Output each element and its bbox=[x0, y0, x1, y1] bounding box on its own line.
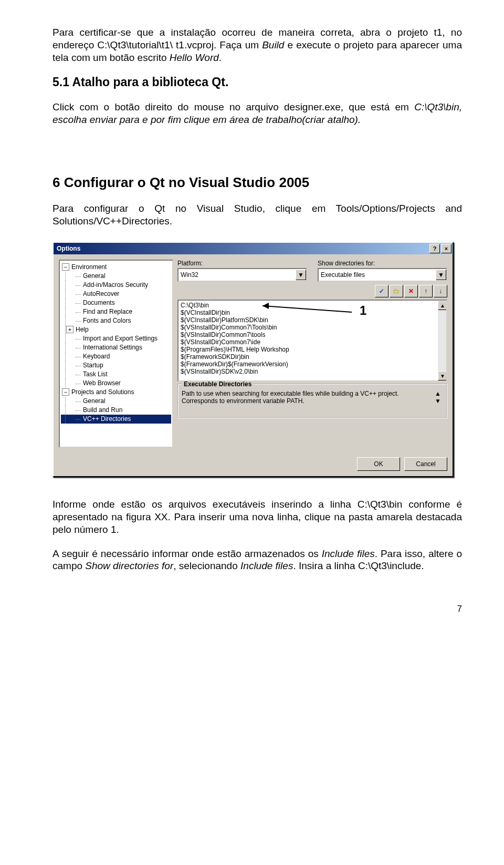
platform-label: Platform: bbox=[177, 260, 307, 267]
scroll-up-icon[interactable]: ▲ bbox=[438, 301, 447, 310]
scrollbar[interactable]: ▲ ▼ bbox=[438, 301, 446, 380]
list-item[interactable]: $(VSInstallDir)Common7\ide bbox=[181, 338, 437, 346]
text-italic: Build bbox=[262, 39, 284, 50]
list-item[interactable]: $(FrameworkSDKDir)bin bbox=[181, 353, 437, 361]
text: , selecionando bbox=[173, 560, 240, 571]
paragraph-include: A seguir é necessário informar onde estã… bbox=[52, 548, 462, 573]
list-item[interactable]: $(ProgramFiles)\HTML Help Workshop bbox=[181, 346, 437, 353]
list-item[interactable]: $(VSInstallDir)SDK\v2.0\bin bbox=[181, 368, 437, 375]
help-icon[interactable]: ? bbox=[429, 244, 440, 253]
list-item[interactable]: $(VSInstallDir)Common7\Tools\bin bbox=[181, 324, 437, 331]
cancel-button[interactable]: Cancel bbox=[404, 457, 447, 471]
platform-combo[interactable]: Win32 ▼ bbox=[177, 268, 307, 282]
paragraph-inform: Informe onde estão os arquivos executáve… bbox=[52, 498, 462, 536]
list-item[interactable]: $(VCInstallDir)bin bbox=[181, 309, 437, 316]
tree-item[interactable]: General bbox=[61, 397, 171, 406]
text: . Insira a linha C:\Qt3\include. bbox=[293, 560, 424, 571]
tree-item[interactable]: Fonts and Colors bbox=[61, 316, 171, 325]
tree-item[interactable]: International Settings bbox=[61, 343, 171, 352]
chevron-down-icon[interactable]: ▼ bbox=[436, 270, 446, 280]
text-italic: Hello Word bbox=[170, 52, 219, 63]
heading-5-1: 5.1 Atalho para a biblioteca Qt. bbox=[52, 75, 462, 89]
delete-icon[interactable]: ✕ bbox=[404, 285, 418, 297]
page-number: 7 bbox=[52, 604, 462, 614]
tree-item[interactable]: Task List bbox=[61, 370, 171, 379]
description-text: Path to use when searching for executabl… bbox=[182, 390, 399, 405]
text: Click com o botão direito do mouse no ar… bbox=[52, 101, 414, 112]
options-dialog: Options ? × −Environment General Add-in/… bbox=[52, 242, 454, 477]
move-down-icon[interactable]: ↓ bbox=[434, 285, 447, 297]
titlebar[interactable]: Options ? × bbox=[54, 243, 453, 254]
show-dir-combo[interactable]: Executable files ▼ bbox=[318, 268, 447, 282]
tree-item[interactable]: Documents bbox=[61, 298, 171, 307]
description-group: Executable Directories Path to use when … bbox=[177, 384, 447, 418]
collapse-icon[interactable]: − bbox=[62, 263, 69, 271]
tree-item[interactable]: AutoRecover bbox=[61, 290, 171, 298]
scroll-down-icon[interactable]: ▼ bbox=[435, 397, 443, 405]
chevron-down-icon[interactable]: ▼ bbox=[296, 270, 306, 280]
list-item[interactable]: $(VSInstallDir)Common7\tools bbox=[181, 331, 437, 338]
tree-item[interactable]: Add-in/Macros Security bbox=[61, 281, 171, 290]
platform-value: Win32 bbox=[181, 271, 198, 279]
text-italic: Include files bbox=[322, 548, 375, 559]
tree-item[interactable]: Build and Run bbox=[61, 406, 171, 415]
annotation-1: 1 bbox=[360, 303, 366, 318]
text-italic: Include files bbox=[240, 560, 293, 571]
tree-item[interactable]: Keyboard bbox=[61, 352, 171, 361]
check-icon[interactable]: ✓ bbox=[375, 285, 388, 297]
new-folder-icon[interactable]: 🗀 bbox=[390, 285, 403, 297]
ok-button[interactable]: OK bbox=[357, 457, 400, 471]
description-legend: Executable Directories bbox=[182, 380, 254, 388]
show-dir-label: Show directories for: bbox=[318, 260, 447, 267]
text: . bbox=[219, 52, 222, 63]
tree-environment[interactable]: −Environment bbox=[61, 263, 171, 272]
list-item[interactable]: $(FrameworkDir)$(FrameworkVersion) bbox=[181, 361, 437, 368]
directories-list[interactable]: C:\Qt3\bin $(VCInstallDir)bin $(VCInstal… bbox=[177, 300, 447, 382]
close-icon[interactable]: × bbox=[441, 244, 452, 253]
options-tree[interactable]: −Environment General Add-in/Macros Secur… bbox=[59, 260, 173, 448]
tree-item[interactable]: Web Browser bbox=[61, 379, 171, 388]
paragraph-intro: Para certificar-se que a instalação ocor… bbox=[52, 26, 462, 64]
scrollbar[interactable]: ▲ ▼ bbox=[435, 390, 443, 414]
tree-item[interactable]: Startup bbox=[61, 361, 171, 370]
dialog-title: Options bbox=[57, 245, 80, 252]
tree-item[interactable]: Find and Replace bbox=[61, 307, 171, 316]
tree-item[interactable]: +Help bbox=[61, 325, 171, 334]
collapse-icon[interactable]: − bbox=[62, 388, 69, 396]
text-italic: Show directories for bbox=[85, 560, 173, 571]
heading-6: 6 Configurar o Qt no Visual Studio 2005 bbox=[52, 174, 462, 191]
list-item[interactable]: C:\Qt3\bin bbox=[181, 302, 437, 309]
tree-item[interactable]: General bbox=[61, 272, 171, 281]
tree-projects[interactable]: −Projects and Solutions bbox=[61, 388, 171, 397]
scroll-down-icon[interactable]: ▼ bbox=[438, 371, 447, 380]
text: A seguir é necessário informar onde estã… bbox=[52, 548, 322, 559]
scroll-up-icon[interactable]: ▲ bbox=[435, 390, 443, 397]
show-dir-value: Executable files bbox=[321, 271, 365, 279]
expand-icon[interactable]: + bbox=[66, 326, 74, 333]
tree-item[interactable]: Import and Export Settings bbox=[61, 334, 171, 343]
list-item[interactable]: $(VCInstallDir)PlatformSDK\bin bbox=[181, 316, 437, 324]
paragraph-atalho: Click com o botão direito do mouse no ar… bbox=[52, 101, 462, 126]
paragraph-config: Para configurar o Qt no Visual Studio, c… bbox=[52, 202, 462, 228]
move-up-icon[interactable]: ↑ bbox=[419, 285, 433, 297]
tree-item-vcdirs[interactable]: VC++ Directories bbox=[61, 415, 171, 424]
